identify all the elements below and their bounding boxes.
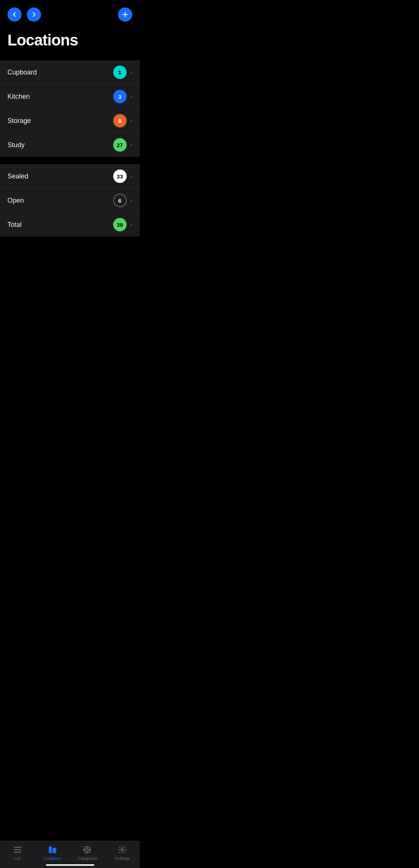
forward-button[interactable] [27,7,41,22]
svg-rect-4 [53,848,56,853]
settings-icon [117,845,127,855]
home-indicator [46,864,94,866]
list-item[interactable]: Kitchen 3 › [0,85,140,109]
svg-rect-3 [49,846,52,853]
chevron-icon: › [130,93,132,100]
status-section: Sealed 33 › Open 6 › Total 39 › [0,164,140,237]
nav-label-categories: Categories [77,856,97,861]
chevron-icon: › [130,221,132,228]
chevron-icon: › [130,173,132,180]
svg-point-6 [86,849,89,851]
chevron-icon: › [130,142,132,148]
nav-label-list: List [14,856,20,861]
list-item[interactable]: Open 6 › [0,189,140,213]
list-item[interactable]: Sealed 33 › [0,164,140,189]
list-item[interactable]: Storage 8 › [0,109,140,133]
categories-icon [82,845,92,855]
nav-label-settings: Settings [115,856,130,861]
nav-item-categories[interactable]: Categories [70,845,105,861]
page-title: Locations [0,28,140,60]
list-icon [13,845,22,855]
chevron-icon: › [130,117,132,124]
badge-open: 6 [113,194,127,207]
spacer [0,157,140,164]
badge-storage: 8 [113,114,127,127]
toolbar [0,0,140,28]
badge-study: 27 [113,138,127,152]
chevron-icon: › [130,69,132,76]
nav-item-settings[interactable]: Settings [105,845,140,861]
svg-rect-0 [14,847,21,848]
nav-item-locations[interactable]: Locations [35,845,70,861]
nav-item-list[interactable]: List [0,845,35,861]
badge-kitchen: 3 [113,90,127,103]
svg-point-11 [121,849,123,851]
list-item[interactable]: Cupboard 1 › [0,60,140,85]
svg-rect-2 [14,852,21,853]
add-button[interactable] [118,7,132,22]
nav-label-locations: Locations [44,856,61,861]
list-item[interactable]: Study 27 › [0,133,140,157]
chevron-icon: › [130,197,132,204]
locations-section: Cupboard 1 › Kitchen 3 › Storage 8 › Stu… [0,60,140,157]
svg-rect-1 [14,849,21,850]
list-item[interactable]: Total 39 › [0,213,140,237]
badge-cupboard: 1 [113,66,127,79]
toolbar-left [7,7,41,22]
back-button[interactable] [7,7,22,22]
badge-sealed: 33 [113,170,127,183]
locations-icon [48,845,57,855]
badge-total: 39 [113,218,127,231]
bottom-nav: List Locations Categories Settings [0,841,140,868]
